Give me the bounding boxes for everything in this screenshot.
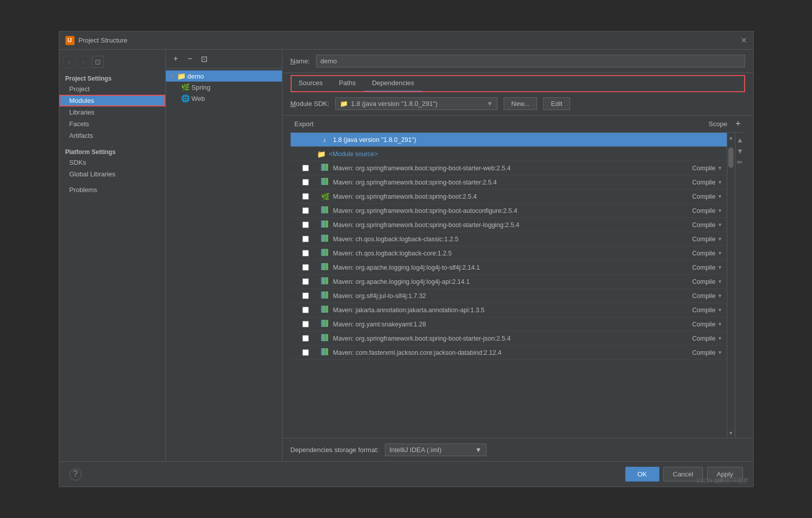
dep-checkbox-11[interactable]: [291, 321, 321, 327]
dep-row-13[interactable]: Maven: com.fasterxml.jackson.core:jackso…: [291, 346, 727, 360]
sidebar-item-problems[interactable]: Problems: [59, 184, 165, 196]
sidebar-item-project[interactable]: Project: [59, 83, 165, 95]
dep-checkbox-9[interactable]: [291, 292, 321, 299]
deps-add-button[interactable]: +: [731, 119, 745, 129]
dep-row-4[interactable]: Maven: org.springframework.boot:spring-b…: [291, 218, 727, 232]
sidebar-item-sdks[interactable]: SDKs: [59, 157, 165, 168]
dep-row-10[interactable]: Maven: jakarta.annotation:jakarta.annota…: [291, 303, 727, 317]
dep-scope-0[interactable]: Compile▼: [666, 165, 727, 172]
dep-check-4[interactable]: [302, 221, 309, 228]
dep-check-13[interactable]: [302, 349, 309, 356]
dep-row-module-source[interactable]: 📁 <Module source>: [291, 147, 727, 161]
scroll-thumb[interactable]: [728, 147, 733, 168]
sdk-edit-button[interactable]: Edit: [543, 97, 570, 110]
dep-row-5[interactable]: Maven: ch.qos.logback:logback-classic:1.…: [291, 232, 727, 246]
dep-check-10[interactable]: [302, 307, 309, 313]
remove-module-button[interactable]: −: [184, 53, 196, 65]
dep-scope-11[interactable]: Compile▼: [666, 321, 727, 328]
scroll-down-arrow[interactable]: ▼: [726, 428, 735, 438]
ok-button[interactable]: OK: [625, 467, 659, 482]
dep-checkbox-13[interactable]: [291, 349, 321, 356]
dep-check-12[interactable]: [302, 335, 309, 342]
tree-item-web[interactable]: 🌐 Web: [166, 93, 282, 104]
dep-check-1[interactable]: [302, 179, 309, 186]
dep-row-8[interactable]: Maven: org.apache.logging.log4j:log4j-ap…: [291, 275, 727, 289]
scrollbar[interactable]: ▲ ▼: [727, 133, 735, 438]
dep-check-0[interactable]: [302, 165, 309, 171]
dep-scope-3[interactable]: Compile▼: [666, 207, 727, 214]
storage-label: Dependencies storage format:: [291, 446, 379, 454]
dep-check-6[interactable]: [302, 250, 309, 256]
sidebar-item-modules[interactable]: Modules: [59, 95, 165, 106]
dep-check-2[interactable]: [302, 193, 309, 200]
dep-checkbox-6[interactable]: [291, 250, 321, 256]
dep-checkbox-5[interactable]: [291, 236, 321, 242]
scroll-up-arrow[interactable]: ▲: [726, 133, 735, 142]
help-button[interactable]: ?: [69, 468, 82, 480]
dep-checkbox-2[interactable]: [291, 193, 321, 200]
dep-checkbox-4[interactable]: [291, 221, 321, 228]
tab-paths[interactable]: Paths: [331, 75, 364, 92]
dep-scope-13[interactable]: Compile▼: [666, 349, 727, 356]
close-button[interactable]: ✕: [740, 35, 747, 45]
dep-checkbox-12[interactable]: [291, 335, 321, 342]
dep-name-13: Maven: com.fasterxml.jackson.core:jackso…: [333, 349, 666, 356]
copy-module-button[interactable]: ⊡: [92, 56, 104, 68]
dep-check-8[interactable]: [302, 278, 309, 285]
dep-scope-2[interactable]: Compile▼: [666, 193, 727, 200]
sdk-label: Module SDK:: [291, 100, 330, 107]
copy-module-btn2[interactable]: ⊡: [198, 53, 210, 65]
dep-scope-8[interactable]: Compile▼: [666, 278, 727, 285]
move-down-icon[interactable]: ▼: [735, 146, 745, 156]
edit-pencil-icon[interactable]: ✏: [736, 157, 744, 167]
dep-check-3[interactable]: [302, 207, 309, 214]
dep-row-0[interactable]: Maven: org.springframework.boot:spring-b…: [291, 161, 727, 175]
tab-sources[interactable]: Sources: [291, 75, 331, 92]
dep-row-2[interactable]: 🌿 Maven: org.springframework.boot:spring…: [291, 190, 727, 204]
dep-checkbox-10[interactable]: [291, 307, 321, 313]
dep-row-3[interactable]: Maven: org.springframework.boot:spring-b…: [291, 204, 727, 218]
sidebar-item-facets[interactable]: Facets: [59, 118, 165, 130]
storage-dropdown[interactable]: IntelliJ IDEA (.iml) ▼: [385, 443, 486, 456]
sidebar-item-artifacts[interactable]: Artifacts: [59, 130, 165, 141]
dep-row-1[interactable]: Maven: org.springframework.boot:spring-b…: [291, 175, 727, 190]
sidebar-item-global-libraries[interactable]: Global Libraries: [59, 168, 165, 180]
dep-scope-12[interactable]: Compile▼: [666, 335, 727, 342]
add-module-button[interactable]: +: [170, 53, 182, 65]
dep-checkbox-0[interactable]: [291, 165, 321, 171]
dep-row-12[interactable]: Maven: org.springframework.boot:spring-b…: [291, 331, 727, 346]
back-button[interactable]: ‹: [63, 56, 76, 68]
dep-row-9[interactable]: Maven: org.slf4j:jul-to-slf4j:1.7.32 Com…: [291, 289, 727, 303]
sidebar-item-libraries[interactable]: Libraries: [59, 106, 165, 118]
dep-scope-10[interactable]: Compile▼: [666, 307, 727, 314]
dep-row-jdk[interactable]: J 1.8 (java version "1.8.0_291"): [291, 133, 727, 147]
tree-item-demo[interactable]: ▼ 📁 demo: [166, 70, 282, 82]
dep-check-5[interactable]: [302, 236, 309, 242]
scroll-track[interactable]: [728, 142, 734, 428]
sdk-dropdown[interactable]: 📁 1.8 (java version "1.8.0_291") ▼: [335, 97, 498, 110]
dep-checkbox-1[interactable]: [291, 179, 321, 186]
dep-checkbox-7[interactable]: [291, 264, 321, 271]
dep-scope-5[interactable]: Compile▼: [666, 236, 727, 243]
dep-scope-1[interactable]: Compile▼: [666, 179, 727, 186]
forward-button[interactable]: ›: [78, 56, 90, 68]
move-up-icon[interactable]: ▲: [735, 135, 745, 145]
dep-check-7[interactable]: [302, 264, 309, 271]
dep-check-11[interactable]: [302, 321, 309, 327]
tab-dependencies[interactable]: Dependencies: [364, 75, 422, 92]
dep-row-6[interactable]: Maven: ch.qos.logback:logback-core:1.2.5…: [291, 246, 727, 261]
dep-checkbox-3[interactable]: [291, 207, 321, 214]
scope-arrow-12: ▼: [718, 336, 723, 341]
tree-item-spring[interactable]: 🌿 Spring: [166, 82, 282, 93]
dep-scope-6[interactable]: Compile▼: [666, 250, 727, 257]
dep-scope-9[interactable]: Compile▼: [666, 292, 727, 300]
dep-scope-7[interactable]: Compile▼: [666, 264, 727, 271]
dep-row-11[interactable]: Maven: org.yaml:snakeyaml:1.28 Compile▼: [291, 317, 727, 331]
dep-row-7[interactable]: Maven: org.apache.logging.log4j:log4j-to…: [291, 261, 727, 275]
dep-checkbox-8[interactable]: [291, 278, 321, 285]
name-input[interactable]: [316, 55, 745, 67]
sdk-new-button[interactable]: New...: [504, 97, 537, 110]
dep-scope-4[interactable]: Compile▼: [666, 221, 727, 229]
spring-icon: 🌿: [181, 83, 190, 91]
dep-check-9[interactable]: [302, 292, 309, 299]
